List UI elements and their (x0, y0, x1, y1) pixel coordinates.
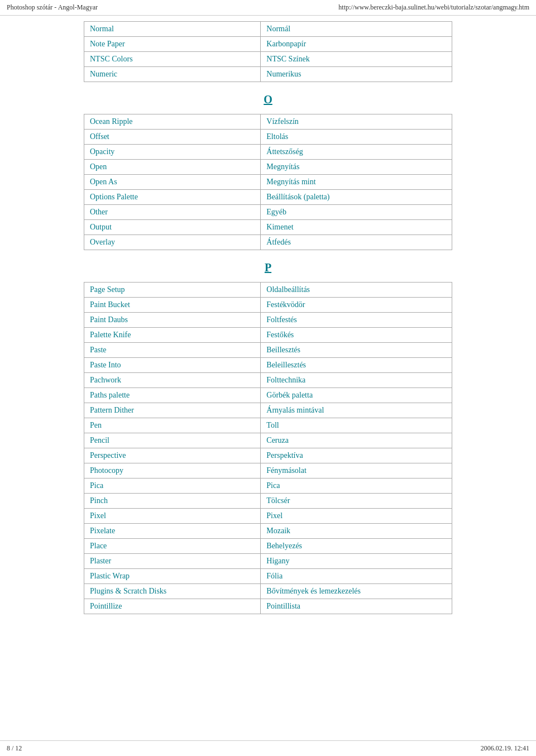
site-title: Photoshop szótár - Angol-Magyar (7, 3, 98, 12)
english-term: Ocean Ripple (84, 114, 261, 130)
table-row: PlaceBehelyezés (84, 539, 452, 554)
english-term: Paint Daubs (84, 313, 261, 328)
hungarian-term: Karbonpapír (261, 37, 452, 52)
table-row: Open AsMegnyítás mint (84, 175, 452, 190)
english-term: Open (84, 160, 261, 175)
section-letter-o: O (84, 93, 452, 106)
hungarian-term: Mozaik (261, 524, 452, 539)
table-row: NumericNumerikus (84, 67, 452, 82)
english-term: Paste (84, 343, 261, 358)
table-row: PinchTölcsér (84, 494, 452, 509)
page-content: NormalNormálNote PaperKarbonpapírNTSC Co… (73, 16, 463, 648)
table-row: PointillizePointillista (84, 599, 452, 614)
hungarian-term: Pixel (261, 509, 452, 524)
english-term: Pachwork (84, 373, 261, 388)
site-url: http://www.bereczki-baja.sulinet.hu/webi… (338, 3, 529, 12)
hungarian-term: Pica (261, 479, 452, 494)
english-term: Pica (84, 479, 261, 494)
english-term: Place (84, 539, 261, 554)
english-term: Pinch (84, 494, 261, 509)
table-row: PerspectivePerspektíva (84, 448, 452, 463)
english-term: Plugins & Scratch Disks (84, 584, 261, 599)
hungarian-term: Vízfelszín (261, 114, 452, 130)
hungarian-term: Foltfestés (261, 313, 452, 328)
hungarian-term: Tölcsér (261, 494, 452, 509)
hungarian-term: Normál (261, 22, 452, 37)
english-term: Plastic Wrap (84, 569, 261, 584)
table-row: PachworkFolttechnika (84, 373, 452, 388)
hungarian-term: Ceruza (261, 433, 452, 448)
table-row: OffsetEltolás (84, 130, 452, 145)
hungarian-term: Pointillista (261, 599, 452, 614)
english-term: Pen (84, 418, 261, 433)
table-row: Page SetupOldalbeállítás (84, 283, 452, 298)
table-row: OverlayÁtfedés (84, 235, 452, 250)
hungarian-term: Kimenet (261, 220, 452, 235)
table-row: PhotocopyFénymásolat (84, 463, 452, 479)
english-term: Opacity (84, 145, 261, 160)
table-row: OpacityÁttetszőség (84, 145, 452, 160)
table-row: OpenMegnyítás (84, 160, 452, 175)
hungarian-term: Beleillesztés (261, 358, 452, 373)
hungarian-term: Bővítmények és lemezkezelés (261, 584, 452, 599)
english-term: Photocopy (84, 463, 261, 479)
english-term: Other (84, 205, 261, 220)
hungarian-term: NTSC Színek (261, 52, 452, 67)
dictionary-table-1: Ocean RippleVízfelszínOffsetEltolásOpaci… (84, 114, 452, 250)
hungarian-term: Higany (261, 554, 452, 569)
english-term: Output (84, 220, 261, 235)
table-row: Plugins & Scratch DisksBővítmények és le… (84, 584, 452, 599)
hungarian-term: Beállítások (paletta) (261, 190, 452, 205)
hungarian-term: Folttechnika (261, 373, 452, 388)
english-term: Options Palette (84, 190, 261, 205)
hungarian-term: Eltolás (261, 130, 452, 145)
table-row: PlasterHigany (84, 554, 452, 569)
english-term: Pointillize (84, 599, 261, 614)
table-row: Pattern DitherÁrnyalás mintával (84, 403, 452, 418)
english-term: Perspective (84, 448, 261, 463)
table-row: Paths paletteGörbék paletta (84, 388, 452, 403)
english-term: Note Paper (84, 37, 261, 52)
table-row: Palette KnifeFestőkés (84, 328, 452, 343)
english-term: Pixelate (84, 524, 261, 539)
english-term: Overlay (84, 235, 261, 250)
section-anchor-o[interactable]: O (264, 93, 272, 106)
table-row: PasteBeillesztés (84, 343, 452, 358)
english-term: Paint Bucket (84, 298, 261, 313)
table-row: Paste IntoBeleillesztés (84, 358, 452, 373)
english-term: Page Setup (84, 283, 261, 298)
hungarian-term: Áttetszőség (261, 145, 452, 160)
hungarian-term: Behelyezés (261, 539, 452, 554)
table-row: PenToll (84, 418, 452, 433)
hungarian-term: Perspektíva (261, 448, 452, 463)
table-row: Paint BucketFestékvödör (84, 298, 452, 313)
table-row: PicaPica (84, 479, 452, 494)
table-row: Options PaletteBeállítások (paletta) (84, 190, 452, 205)
table-row: Note PaperKarbonpapír (84, 37, 452, 52)
english-term: Pencil (84, 433, 261, 448)
hungarian-term: Görbék paletta (261, 388, 452, 403)
hungarian-term: Festékvödör (261, 298, 452, 313)
english-term: Pattern Dither (84, 403, 261, 418)
hungarian-term: Átfedés (261, 235, 452, 250)
hungarian-term: Megnyítás mint (261, 175, 452, 190)
dictionary-table-0: NormalNormálNote PaperKarbonpapírNTSC Co… (84, 21, 452, 82)
section-letter-p: P (84, 261, 452, 274)
table-row: NormalNormál (84, 22, 452, 37)
english-term: Palette Knife (84, 328, 261, 343)
hungarian-term: Megnyítás (261, 160, 452, 175)
english-term: Pixel (84, 509, 261, 524)
english-term: Paste Into (84, 358, 261, 373)
section-anchor-p[interactable]: P (265, 261, 271, 274)
english-term: Numeric (84, 67, 261, 82)
table-row: PixelPixel (84, 509, 452, 524)
english-term: Normal (84, 22, 261, 37)
hungarian-term: Numerikus (261, 67, 452, 82)
table-row: NTSC ColorsNTSC Színek (84, 52, 452, 67)
table-row: PixelateMozaik (84, 524, 452, 539)
hungarian-term: Beillesztés (261, 343, 452, 358)
hungarian-term: Fólia (261, 569, 452, 584)
english-term: Open As (84, 175, 261, 190)
hungarian-term: Egyéb (261, 205, 452, 220)
table-row: Ocean RippleVízfelszín (84, 114, 452, 130)
